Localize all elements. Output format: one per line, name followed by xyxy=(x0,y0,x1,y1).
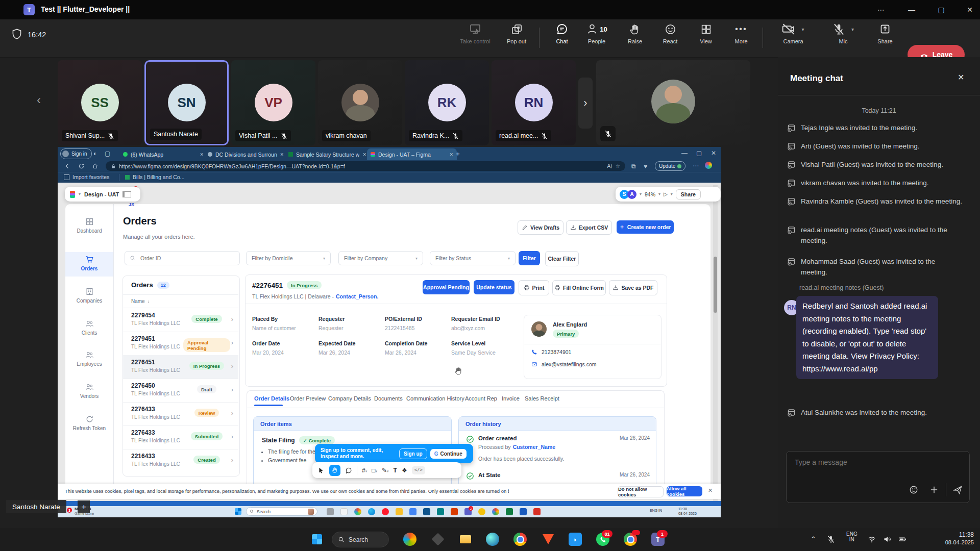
order-id-search[interactable] xyxy=(125,251,240,265)
banner-continue-button[interactable]: G Continue xyxy=(430,449,467,459)
window-close-button[interactable]: ✕ xyxy=(960,3,980,16)
window-minimize-button[interactable]: — xyxy=(901,3,922,16)
tray-expand-icon[interactable]: ⌃ xyxy=(811,535,816,543)
sidebar-item-companies[interactable]: Companies xyxy=(65,287,113,304)
figma-share-button[interactable]: Share xyxy=(676,189,701,199)
approval-pending-button[interactable]: Approval Pending xyxy=(423,280,470,294)
comment-tool-icon[interactable] xyxy=(345,467,352,474)
mini-app-icon[interactable] xyxy=(533,508,541,515)
export-csv-button[interactable]: Export CSV xyxy=(566,220,612,235)
order-row[interactable]: 2216433TL Flex Holdings LLC Created › xyxy=(123,449,238,472)
pen-tool-icon[interactable]: ✎▾ xyxy=(382,467,389,474)
participant-tile-active-speaker[interactable]: SN Santosh Narate xyxy=(144,60,229,145)
browser-tab-whatsapp[interactable]: (6) WhatsApp✕ xyxy=(119,148,207,160)
cookie-close-icon[interactable]: ✕ xyxy=(708,487,713,494)
browser-profile-avatar[interactable] xyxy=(705,162,712,169)
annotate-plus-button[interactable]: ＋ xyxy=(78,500,90,513)
tab-close-icon[interactable]: ✕ xyxy=(200,152,204,157)
mic-options-chevron-icon[interactable]: ▾ xyxy=(851,27,854,32)
filter-button[interactable]: Filter xyxy=(519,251,540,265)
chat-button[interactable]: Chat xyxy=(547,22,577,53)
tray-mic-icon[interactable] xyxy=(827,535,835,543)
back-icon[interactable] xyxy=(64,163,70,169)
mini-app-icon[interactable] xyxy=(340,508,348,515)
print-button[interactable]: Print xyxy=(519,280,549,295)
mini-app-icon[interactable] xyxy=(327,508,334,515)
present-chevron-icon[interactable]: ▾ xyxy=(671,192,673,196)
chat-close-icon[interactable]: ✕ xyxy=(958,72,964,82)
message-composer[interactable] xyxy=(786,451,970,503)
participant-tile[interactable]: VP Vishal Patil ... xyxy=(231,60,315,145)
participant-tile[interactable]: SS Shivani Sup... xyxy=(58,60,142,145)
whatsapp-icon[interactable]: 81 xyxy=(596,533,609,546)
teams-icon[interactable]: T 1 xyxy=(651,533,665,546)
tab-close-icon[interactable]: ✕ xyxy=(362,152,366,157)
tab-account-rep[interactable]: Account Rep xyxy=(465,395,497,402)
favorite-star-icon[interactable]: ☆ xyxy=(616,163,620,169)
mini-app-icon[interactable] xyxy=(423,508,430,515)
sidebar-item-orders[interactable]: Orders xyxy=(65,255,113,271)
tab-communication-history[interactable]: Communication History xyxy=(406,395,464,402)
camera-button[interactable]: ▾ Camera xyxy=(770,22,817,53)
filter-company-select[interactable]: Filter by Company▾ xyxy=(338,251,423,265)
reload-icon[interactable] xyxy=(78,163,85,169)
brave-icon[interactable] xyxy=(541,532,555,546)
tab-documents[interactable]: Documents xyxy=(374,395,403,402)
order-id-input[interactable] xyxy=(139,255,228,262)
sidebar-item-clients[interactable]: Clients xyxy=(65,319,113,336)
order-row-selected[interactable]: 2276451TL Flex Holdings LLC In Progress … xyxy=(123,355,238,379)
more-button[interactable]: ••• More xyxy=(727,22,755,53)
mini-app-icon[interactable] xyxy=(506,508,513,515)
start-button[interactable] xyxy=(310,532,324,546)
tab-invoice[interactable]: Invoice xyxy=(502,395,520,402)
view-drafts-button[interactable]: View Drafts xyxy=(518,220,564,235)
mini-app-icon[interactable] xyxy=(451,508,458,515)
zoom-level[interactable]: 94% xyxy=(645,191,655,197)
people-button[interactable]: 10 People xyxy=(580,22,614,53)
tab-actions-icon[interactable]: ▢ xyxy=(105,150,110,157)
participant-tile[interactable]: RK Ravindra K... xyxy=(405,60,489,145)
camera-options-chevron-icon[interactable]: ▾ xyxy=(801,27,804,32)
tab-sales-receipt[interactable]: Sales Receipt xyxy=(525,395,559,402)
copilot-icon[interactable]: ◐ xyxy=(93,150,97,157)
battery-icon[interactable] xyxy=(898,535,906,543)
figma-file-pill[interactable]: ▾ Design - UAT xyxy=(65,187,140,202)
mini-app-icon[interactable] xyxy=(396,508,403,515)
chrome-icon[interactable] xyxy=(513,533,527,546)
customer-name-link[interactable]: Customer_Name xyxy=(513,444,555,450)
sidebar-item-refresh-token[interactable]: Refresh Token xyxy=(65,415,113,431)
copilot-icon[interactable] xyxy=(403,533,416,546)
browser-minimize-icon[interactable]: — xyxy=(681,149,688,157)
browser-maximize-icon[interactable]: ▢ xyxy=(696,149,702,157)
strip-scroll-left-icon[interactable]: ‹ xyxy=(37,93,41,107)
mini-app-icon[interactable] xyxy=(478,508,485,515)
move-tool-icon[interactable] xyxy=(317,467,325,474)
window-maximize-button[interactable]: ▢ xyxy=(931,3,951,16)
order-row[interactable]: 2276433TL Flex Holdings LLC Review › xyxy=(123,402,238,426)
sidebar-item-vendors[interactable]: Vendors xyxy=(65,383,113,399)
mini-app-icon[interactable] xyxy=(382,508,389,515)
order-row[interactable]: 2276450TL Flex Holdings LLC Draft › xyxy=(123,379,238,403)
name-column-header[interactable]: Name ↓ xyxy=(131,298,150,304)
present-icon[interactable]: ▷ xyxy=(664,191,668,197)
figma-menu-chevron-icon[interactable]: ▾ xyxy=(79,192,81,196)
browser-tab-salary-sheet[interactable]: Sample Salary Structure with calc✕ xyxy=(285,148,370,160)
raise-hand-button[interactable]: Raise xyxy=(621,22,649,53)
shape-tool-icon[interactable]: □▾ xyxy=(372,467,377,474)
order-row[interactable]: 2276433TL Flex Holdings LLC Submitted › xyxy=(123,425,238,449)
browser-close-icon[interactable]: ✕ xyxy=(711,149,716,157)
edge-icon[interactable] xyxy=(486,533,499,546)
banner-signup-button[interactable]: Sign up xyxy=(399,448,427,459)
collaborator-avatar[interactable]: A xyxy=(627,190,636,199)
frame-tool-icon[interactable]: #▾ xyxy=(362,467,367,474)
clock-date[interactable]: 08-04-2025 xyxy=(925,539,974,545)
wifi-icon[interactable] xyxy=(868,535,876,543)
fill-online-form-button[interactable]: Fill Online Form xyxy=(552,280,606,295)
hand-tool-active[interactable] xyxy=(329,465,340,476)
chrome-profile-icon[interactable] xyxy=(624,533,637,546)
participant-tile[interactable]: RN read.ai mee... xyxy=(492,60,576,145)
order-row[interactable]: 2279451TL Flex Holdings LLC Approval Pen… xyxy=(123,332,238,356)
new-tab-icon[interactable]: ＋ xyxy=(455,149,461,158)
volume-icon[interactable] xyxy=(883,535,891,543)
vscode-icon[interactable]: ◗ xyxy=(569,533,582,546)
